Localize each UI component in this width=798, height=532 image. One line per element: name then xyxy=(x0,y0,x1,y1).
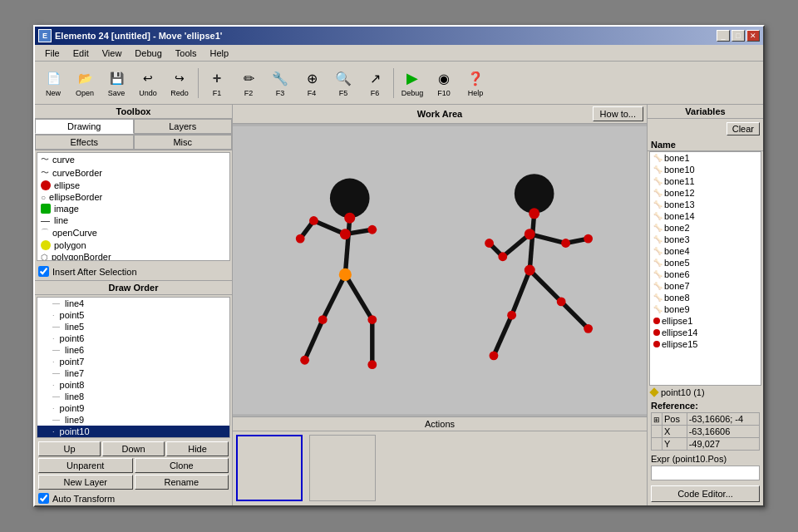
draw-order-item-point10[interactable]: · point10 xyxy=(37,426,229,437)
debug-play-icon: ▶ xyxy=(402,68,422,88)
draw-order-title: Draw Order xyxy=(35,280,232,295)
svg-point-38 xyxy=(507,311,516,320)
var-item-bone9[interactable]: 🦴 bone9 xyxy=(650,303,761,315)
var-item-bone10[interactable]: 🦴 bone10 xyxy=(650,164,761,175)
tab-effects[interactable]: Effects xyxy=(35,135,134,150)
toolbox-item-ellipse[interactable]: ellipse xyxy=(37,180,229,191)
toolbar-f10[interactable]: ◉ F10 xyxy=(429,65,459,101)
toolbox-item-curve[interactable]: 〜 curve xyxy=(37,153,229,166)
draw-order-item-line9[interactable]: — line9 xyxy=(37,414,229,426)
insert-after-selection-checkbox[interactable] xyxy=(38,266,49,277)
var-item-bone3[interactable]: 🦴 bone3 xyxy=(650,234,761,245)
toolbar-f5[interactable]: 🔍 F5 xyxy=(328,65,358,101)
toolbox-item-polygonborder[interactable]: ⬡ polygonBorder xyxy=(37,251,229,261)
var-item-bone1[interactable]: 🦴 bone1 xyxy=(650,152,761,164)
var-item-bone14[interactable]: 🦴 bone14 xyxy=(650,210,761,222)
work-area-title: Work Area xyxy=(372,109,507,119)
var-item-bone12[interactable]: 🦴 bone12 xyxy=(650,187,761,199)
menu-file[interactable]: File xyxy=(38,47,66,60)
center-panel: Work Area How to... xyxy=(233,105,647,505)
toolbar-f6[interactable]: ↗ F6 xyxy=(360,65,390,101)
draw-order-item-line5[interactable]: — line5 xyxy=(37,321,229,332)
draw-order-item-point6[interactable]: · point6 xyxy=(37,332,229,344)
f4-icon: ⊕ xyxy=(302,68,322,88)
var-item-ellipse14[interactable]: ellipse14 xyxy=(650,327,761,338)
svg-point-36 xyxy=(584,234,593,244)
var-list[interactable]: 🦴 bone1 🦴 bone10 🦴 bone11 🦴 bone12 🦴 xyxy=(649,151,761,386)
draw-order-item-line7[interactable]: — line7 xyxy=(37,367,229,379)
open-icon: 📂 xyxy=(75,68,95,88)
code-editor-button[interactable]: Code Editor... xyxy=(651,485,760,502)
draw-order-list[interactable]: — line4 · point5 — line5 · point6 xyxy=(37,297,230,438)
menu-help[interactable]: Help xyxy=(203,47,235,60)
menu-tools[interactable]: Tools xyxy=(169,47,204,60)
var-item-bone6[interactable]: 🦴 bone6 xyxy=(650,268,761,280)
btn-hide[interactable]: Hide xyxy=(166,441,229,456)
toolbar-open[interactable]: 📂 Open xyxy=(70,65,100,101)
draw-order-item-line6[interactable]: — line6 xyxy=(37,344,229,356)
toolbox-item-opencurve[interactable]: ⌒ openCurve xyxy=(37,226,229,239)
var-item-ellipse15[interactable]: ellipse15 xyxy=(650,338,761,350)
toolbar-f2[interactable]: ✏ F2 xyxy=(234,65,264,101)
toolbar-new[interactable]: 📄 New xyxy=(38,65,68,101)
toolbar-redo[interactable]: ↪ Redo xyxy=(165,65,195,101)
var-item-bone2[interactable]: 🦴 bone2 xyxy=(650,222,761,234)
menu-debug[interactable]: Debug xyxy=(128,47,168,60)
maximize-button[interactable]: □ xyxy=(732,30,745,42)
menu-view[interactable]: View xyxy=(96,47,129,60)
toolbar-undo[interactable]: ↩ Undo xyxy=(133,65,163,101)
var-item-bone13[interactable]: 🦴 bone13 xyxy=(650,199,761,210)
draw-order-item-matrix1[interactable]: ⊞ ⊙ matrix1 xyxy=(37,437,229,438)
btn-down[interactable]: Down xyxy=(102,441,165,456)
draw-order-item-line8[interactable]: — line8 xyxy=(37,391,229,402)
toolbox-item-ellipseborder[interactable]: ○ ellipseBorder xyxy=(37,191,229,203)
var-item-ellipse1[interactable]: ellipse1 xyxy=(650,315,761,327)
draw-order-item-point5[interactable]: · point5 xyxy=(37,309,229,321)
minimize-button[interactable]: _ xyxy=(717,30,730,42)
draw-order-item-point9[interactable]: · point9 xyxy=(37,402,229,414)
tab-layers[interactable]: Layers xyxy=(134,119,233,134)
toolbox-item-image[interactable]: image xyxy=(37,203,229,214)
toolbox-list: 〜 curve 〜 curveBorder ellipse ○ ellipseB… xyxy=(37,152,230,261)
draw-order-item-line4[interactable]: — line4 xyxy=(37,298,229,309)
toolbar-f1[interactable]: + F1 xyxy=(202,65,232,101)
toolbar-f3[interactable]: 🔧 F3 xyxy=(265,65,295,101)
btn-clone[interactable]: Clone xyxy=(135,458,229,473)
f1-icon: + xyxy=(207,68,227,88)
var-item-bone11[interactable]: 🦴 bone11 xyxy=(650,175,761,187)
menu-edit[interactable]: Edit xyxy=(66,47,96,60)
work-area-header: Work Area How to... xyxy=(233,105,647,124)
toolbox-item-curveborder[interactable]: 〜 curveBorder xyxy=(37,166,229,180)
clear-button[interactable]: Clear xyxy=(727,122,760,135)
var-item-bone8[interactable]: 🦴 bone8 xyxy=(650,292,761,303)
draw-order-item-point8[interactable]: · point8 xyxy=(37,379,229,391)
btn-new-layer[interactable]: New Layer xyxy=(38,475,133,490)
toolbar-separator-2 xyxy=(393,68,394,98)
toolbar-f4[interactable]: ⊕ F4 xyxy=(297,65,327,101)
btn-up[interactable]: Up xyxy=(38,441,101,456)
toolbox-item-line[interactable]: — line xyxy=(37,214,229,226)
var-item-bone7[interactable]: 🦴 bone7 xyxy=(650,280,761,292)
var-item-bone4[interactable]: 🦴 bone4 xyxy=(650,245,761,257)
frame-box-2[interactable] xyxy=(309,435,376,501)
toolbar-debug[interactable]: ▶ Debug xyxy=(397,65,427,101)
btn-unparent[interactable]: Unparent xyxy=(38,458,133,473)
app-icon: E xyxy=(38,29,52,42)
close-button[interactable]: ✕ xyxy=(746,30,760,42)
reference-table: ⊞ Pos -63,16606; -4 X -63,16606 Y -49,02… xyxy=(651,412,760,451)
toolbox-item-polygon[interactable]: polygon xyxy=(37,239,229,251)
frame-box-1[interactable] xyxy=(236,435,303,501)
expr-input[interactable] xyxy=(651,466,760,480)
btn-rename[interactable]: Rename xyxy=(135,475,229,490)
toolbar-help[interactable]: ❓ Help xyxy=(461,65,490,101)
draw-order-item-point7[interactable]: · point7 xyxy=(37,356,229,367)
var-item-bone5[interactable]: 🦴 bone5 xyxy=(650,257,761,268)
ref-x-label: X xyxy=(663,426,687,438)
how-to-button[interactable]: How to... xyxy=(593,106,643,121)
canvas-area[interactable] xyxy=(233,124,647,416)
reference-title: Reference: xyxy=(651,401,760,411)
toolbar-save[interactable]: 💾 Save xyxy=(101,65,131,101)
auto-transform-checkbox[interactable] xyxy=(38,493,49,504)
tab-misc[interactable]: Misc xyxy=(134,135,233,150)
tab-drawing[interactable]: Drawing xyxy=(35,119,134,134)
